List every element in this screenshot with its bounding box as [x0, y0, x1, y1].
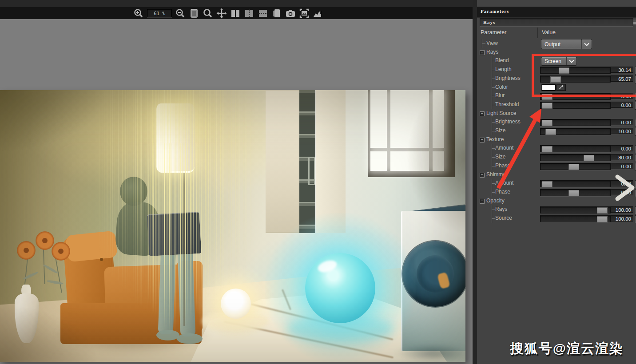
collapse-toggle-icon[interactable]: −: [480, 50, 485, 55]
zoom-out-icon[interactable]: [175, 8, 186, 19]
column-divider: [537, 28, 538, 38]
tree-tick: [492, 87, 495, 88]
threshold-value[interactable]: 0.00: [611, 102, 633, 108]
param-label-source: Source: [495, 215, 512, 221]
param-label-view: View: [486, 40, 498, 46]
phase-slider-track[interactable]: [540, 163, 611, 170]
param-row-source: Source100.00: [477, 214, 636, 223]
param-row-size: Size10.00: [477, 127, 636, 135]
amount-slider-track[interactable]: [540, 180, 611, 187]
pan-view-icon[interactable]: [216, 8, 227, 19]
column-header-value: Value: [542, 29, 556, 36]
threshold-slider-track[interactable]: [540, 102, 611, 109]
param-label-rays: Rays: [486, 49, 498, 55]
collapse-toggle-icon[interactable]: −: [480, 173, 485, 178]
param-row-shimmer: −Shimmer: [477, 170, 636, 179]
param-row-opacity: −Opacity: [477, 197, 636, 206]
param-row-brightness: Brightness0.00: [477, 118, 636, 127]
param-row-light-source: −Light Source: [477, 109, 636, 118]
param-label-texture: Texture: [486, 136, 504, 142]
snapshot-page-icon[interactable]: [271, 8, 282, 19]
compare-side-by-side-icon[interactable]: [230, 8, 241, 19]
rays-slider-handle[interactable]: [597, 207, 608, 214]
camera-snapshot-icon[interactable]: [285, 8, 296, 19]
phase-value[interactable]: 0.00: [611, 163, 633, 169]
tree-tick: [492, 157, 495, 158]
histogram-icon[interactable]: [313, 8, 323, 19]
render-image[interactable]: [0, 90, 465, 362]
source-slider-track[interactable]: [540, 215, 611, 222]
tree-tick: [492, 148, 495, 149]
phase-slider-handle[interactable]: [568, 164, 579, 170]
tree-tick: [492, 61, 495, 61]
render-viewport: [0, 19, 473, 364]
render-vignette: [0, 90, 465, 362]
frame-compare-icon[interactable]: [299, 8, 310, 19]
size-value[interactable]: 10.00: [611, 128, 633, 134]
render-view-toolbar: 61 %: [0, 7, 473, 19]
tree-tick: [492, 183, 495, 184]
source-value[interactable]: 100.00: [611, 215, 633, 222]
param-label-phase: Phase: [495, 162, 510, 169]
panel-divider: [473, 0, 477, 364]
column-header-parameter: Parameter: [481, 29, 506, 36]
param-label-shimmer: Shimmer: [486, 171, 508, 178]
threshold-slider-handle[interactable]: [542, 103, 553, 109]
rays-value[interactable]: 100.00: [611, 206, 633, 213]
zoom-in-icon[interactable]: [133, 8, 144, 19]
size-slider-track[interactable]: [540, 154, 611, 161]
dropdown-selected-value: Output: [541, 41, 581, 47]
param-label-size: Size: [495, 154, 505, 160]
source-slider-handle[interactable]: [597, 216, 608, 222]
watermark-text: 搜狐号@渲云渲染: [510, 340, 624, 358]
param-row-amount: Amount0.00: [477, 179, 636, 188]
size-slider-handle[interactable]: [545, 129, 556, 135]
rays-slider-track[interactable]: [540, 206, 611, 214]
param-label-opacity: Opacity: [486, 198, 505, 204]
phase-slider-track[interactable]: [540, 189, 611, 196]
tree-tick: [492, 131, 495, 131]
amount-slider-handle[interactable]: [542, 181, 553, 187]
param-label-amount: Amount: [495, 145, 513, 151]
tree-tick: [492, 192, 495, 193]
annotation-highlight-box: [532, 54, 636, 97]
collapse-toggle-icon[interactable]: −: [480, 111, 485, 116]
magnifier-icon[interactable]: [203, 8, 213, 19]
size-slider-handle[interactable]: [584, 155, 594, 161]
param-label-brightness: Brightness: [495, 75, 521, 81]
param-row-threshold: Threshold0.00: [477, 100, 636, 109]
phase-slider-handle[interactable]: [568, 190, 579, 196]
brightness-value[interactable]: 0.00: [611, 119, 633, 125]
collapse-toggle-icon[interactable]: −: [480, 138, 485, 142]
size-slider-track[interactable]: [540, 128, 611, 135]
split-horizontal-dashed-icon[interactable]: [258, 8, 268, 19]
param-row-amount: Amount0.00: [477, 144, 636, 153]
collapse-toggle-icon[interactable]: −: [480, 199, 485, 204]
amount-slider-track[interactable]: [540, 145, 611, 152]
effect-name: Rays: [483, 20, 495, 25]
tree-tick: [492, 70, 495, 70]
tree-tick: [492, 79, 495, 79]
next-arrow-icon[interactable]: [613, 173, 636, 203]
effect-name-field[interactable]: [480, 18, 633, 27]
field-menu-icon[interactable]: [633, 20, 636, 24]
application-window: 61 %: [0, 0, 636, 364]
param-label-light-source: Light Source: [486, 110, 516, 116]
param-label-blur: Blur: [495, 92, 505, 99]
amount-slider-handle[interactable]: [542, 146, 553, 152]
amount-value[interactable]: 0.00: [611, 145, 633, 151]
param-row-size: Size80.00: [477, 153, 636, 162]
brightness-slider-handle[interactable]: [542, 120, 553, 126]
tree-tick: [492, 210, 495, 210]
size-value[interactable]: 80.00: [611, 154, 633, 160]
zoom-percentage-field[interactable]: 61 %: [147, 9, 172, 17]
split-vertical-dashed-icon[interactable]: [244, 8, 254, 19]
brightness-slider-track[interactable]: [540, 119, 611, 126]
fit-view-icon[interactable]: [189, 8, 199, 19]
param-row-view: ViewOutput: [477, 39, 636, 48]
param-label-color: Color: [495, 84, 508, 90]
tree-tick: [482, 44, 485, 44]
param-label-brightness: Brightness: [495, 119, 521, 125]
tree-tick: [492, 96, 495, 96]
param-label-size: Size: [495, 127, 505, 134]
